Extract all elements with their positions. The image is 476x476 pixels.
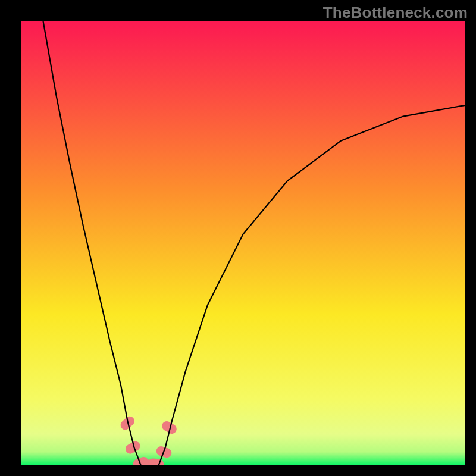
watermark-text: TheBottleneck.com	[323, 4, 468, 22]
chart-frame: TheBottleneck.com	[0, 0, 476, 476]
bottleneck-chart	[21, 21, 465, 465]
plot-area	[21, 21, 465, 465]
